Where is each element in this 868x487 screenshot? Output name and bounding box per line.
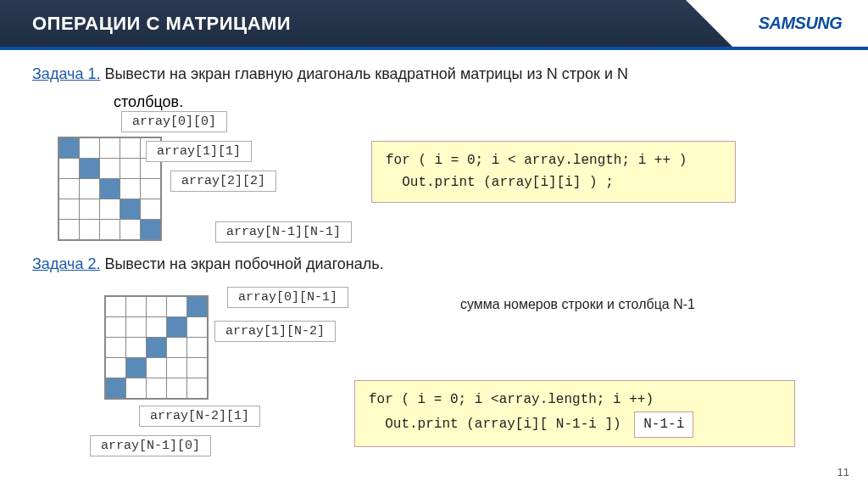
grid-anti-diagonal bbox=[104, 295, 209, 400]
sum-note: сумма номеров строки и столбца N-1 bbox=[460, 297, 695, 312]
callout-array22: array[2][2] bbox=[170, 171, 276, 192]
callout-arrayN1: array[N-1][0] bbox=[90, 435, 211, 456]
task2-text: Вывести на экран побочной диагональ. bbox=[100, 255, 383, 272]
callout-array11: array[1][1] bbox=[146, 141, 252, 162]
task2-line: Задача 2. Вывести на экран побочной диаг… bbox=[32, 255, 834, 273]
logo-container: SAMSUNG bbox=[732, 0, 868, 47]
task1-label: Задача 1. bbox=[32, 65, 100, 82]
callout-array0N: array[0][N-1] bbox=[227, 287, 348, 308]
slide-title: ОПЕРАЦИИ С МАТРИЦАМИ bbox=[32, 13, 291, 35]
code2-line2a: Out.print (array[i][ N-1-i ]) bbox=[369, 417, 621, 432]
code2-line2: Out.print (array[i][ N-1-i ]) N-1-i bbox=[369, 411, 781, 439]
code1-line2: Out.print (array[i][i] ) ; bbox=[386, 172, 721, 194]
code-block-1: for ( i = 0; i < array.length; i ++ ) Ou… bbox=[371, 141, 736, 203]
section1: array[0][0] array[1][1] array[2][2] arra… bbox=[32, 111, 834, 255]
page-number: 11 bbox=[837, 466, 849, 479]
callout-arrayN2: array[N-2][1] bbox=[139, 406, 260, 427]
section2: array[0][N-1] array[1][N-2] array[N-2][1… bbox=[32, 287, 834, 465]
slide-content: Задача 1. Вывести на экран главную диаго… bbox=[0, 50, 868, 465]
samsung-logo: SAMSUNG bbox=[759, 14, 843, 33]
task1-text2: столбцов. bbox=[114, 93, 834, 111]
callout-array00: array[0][0] bbox=[121, 111, 227, 132]
callout-arrayNN: array[N-1][N-1] bbox=[215, 221, 352, 243]
task1-line: Задача 1. Вывести на экран главную диаго… bbox=[32, 65, 834, 83]
callout-array1N: array[1][N-2] bbox=[214, 321, 336, 342]
slide-header: ОПЕРАЦИИ С МАТРИЦАМИ SAMSUNG bbox=[0, 0, 868, 47]
task2-label: Задача 2. bbox=[32, 255, 100, 272]
highlight-n1i: N-1-i bbox=[634, 411, 693, 439]
code2-line1: for ( i = 0; i <array.length; i ++) bbox=[369, 389, 781, 411]
code1-line1: for ( i = 0; i < array.length; i ++ ) bbox=[386, 150, 721, 172]
code-block-2: for ( i = 0; i <array.length; i ++) Out.… bbox=[354, 380, 795, 447]
task1-text1: Вывести на экран главную диагональ квадр… bbox=[100, 65, 628, 82]
